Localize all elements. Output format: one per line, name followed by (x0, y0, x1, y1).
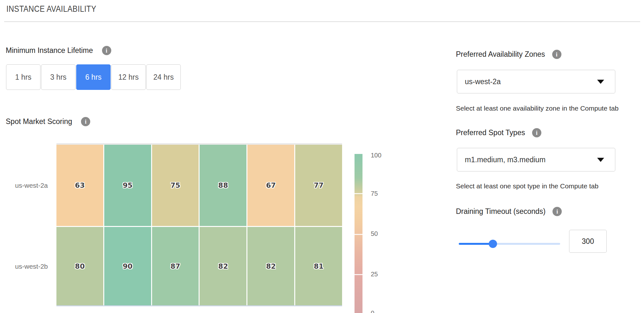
colorbar-tick-label-25: 25 (371, 271, 378, 278)
slider-thumb[interactable] (489, 240, 497, 248)
lifetime-option-1-hrs[interactable]: 1 hrs (6, 64, 40, 90)
draining-timeout-input[interactable] (569, 230, 607, 253)
heatmap-cell-value: 63 (75, 181, 85, 189)
availability-zones-select-value: us-west-2a (457, 77, 597, 86)
heatmap-cell-value: 87 (171, 262, 180, 270)
info-icon[interactable]: i (532, 128, 541, 137)
heatmap-cell-value: 77 (314, 181, 324, 189)
heatmap-cell-value: 95 (123, 181, 133, 189)
chevron-down-icon (597, 80, 604, 84)
spot-types-select-value: m1.medium, m3.medium (457, 156, 597, 164)
colorbar-tick-line (355, 274, 362, 275)
heatmap-cell-value: 82 (218, 262, 228, 270)
preferred-availability-zones-label-row: Preferred Availability Zones i (456, 50, 561, 59)
lifetime-option-3-hrs[interactable]: 3 hrs (41, 64, 76, 90)
colorbar-tick-line (355, 234, 362, 235)
heatmap-row-label-us-west-2b: us-west-2b (0, 263, 48, 270)
info-icon[interactable]: i (102, 46, 111, 55)
colorbar-tick-label-100: 100 (371, 152, 381, 159)
minimum-instance-lifetime-label-row: Minimum Instance Lifetime i (6, 46, 111, 55)
colorbar-tick-label-75: 75 (371, 190, 378, 197)
heatmap-row-label-us-west-2a: us-west-2a (0, 182, 48, 189)
info-icon-glyph: i (106, 48, 107, 54)
preferred-availability-zones-label: Preferred Availability Zones (456, 50, 545, 59)
heatmap-grid: 639575886777809087828281 (56, 145, 342, 305)
info-icon-glyph: i (536, 130, 538, 136)
heatmap-cell-value: 90 (123, 262, 133, 270)
page-title: INSTANCE AVAILABILITY (6, 4, 96, 14)
heatmap-cell-us-west-2a-col1: 63 (56, 145, 103, 226)
draining-timeout-label-row: Draining Timeout (seconds) i (456, 207, 562, 216)
heatmap-cell-us-west-2b-col1: 80 (56, 227, 103, 305)
chevron-down-icon (597, 158, 604, 162)
header-divider (4, 21, 640, 22)
info-icon-glyph: i (85, 119, 86, 125)
spot-types-helper: Select at least one spot type in the Com… (456, 182, 598, 190)
heatmap-cell-us-west-2b-col4: 82 (200, 227, 246, 305)
heatmap-cell-value: 81 (314, 262, 324, 270)
draining-timeout-label: Draining Timeout (seconds) (456, 207, 545, 216)
heatmap-cell-value: 88 (218, 181, 228, 189)
lifetime-button-group: 1 hrs3 hrs6 hrs12 hrs24 hrs (6, 64, 181, 90)
colorbar-tick-label-0: 0 (371, 309, 374, 313)
availability-zones-select[interactable]: us-west-2a (457, 70, 615, 93)
info-icon-glyph: i (556, 209, 558, 215)
availability-zones-helper: Select at least one availability zone in… (456, 105, 618, 112)
info-icon[interactable]: i (552, 50, 561, 59)
colorbar-tick-line (355, 193, 362, 194)
instance-availability-page: INSTANCE AVAILABILITY Minimum Instance L… (0, 0, 644, 313)
preferred-spot-types-label-row: Preferred Spot Types i (456, 128, 541, 137)
info-icon-glyph: i (556, 52, 558, 57)
lifetime-option-6-hrs[interactable]: 6 hrs (76, 64, 111, 90)
heatmap-colorbar (355, 154, 362, 313)
heatmap-cell-us-west-2a-col5: 67 (247, 145, 294, 226)
info-icon[interactable]: i (553, 207, 562, 216)
heatmap-cell-value: 75 (171, 181, 180, 189)
heatmap-cell-value: 67 (266, 181, 276, 189)
draining-timeout-slider[interactable] (459, 243, 560, 245)
heatmap-cell-us-west-2b-col3: 87 (152, 227, 199, 305)
info-icon[interactable]: i (81, 117, 90, 126)
spot-market-scoring-label-row: Spot Market Scoring i (6, 117, 90, 126)
heatmap-cell-us-west-2b-col6: 81 (295, 227, 342, 305)
colorbar-tick-label-50: 50 (371, 230, 378, 237)
heatmap-cell-us-west-2b-col5: 82 (247, 227, 294, 305)
heatmap-cell-value: 80 (75, 262, 85, 270)
heatmap-cell-value: 82 (266, 262, 276, 270)
heatmap-bottom-edge (56, 305, 342, 306)
minimum-instance-lifetime-label: Minimum Instance Lifetime (6, 46, 93, 55)
heatmap-cell-us-west-2b-col2: 90 (104, 227, 151, 305)
heatmap-cell-us-west-2a-col3: 75 (152, 145, 199, 226)
lifetime-option-12-hrs[interactable]: 12 hrs (111, 64, 146, 90)
spot-types-select[interactable]: m1.medium, m3.medium (457, 148, 615, 171)
spot-market-scoring-label: Spot Market Scoring (6, 117, 72, 126)
heatmap-cell-us-west-2a-col6: 77 (295, 145, 342, 226)
preferred-spot-types-label: Preferred Spot Types (456, 128, 525, 137)
heatmap-cell-us-west-2a-col2: 95 (104, 145, 151, 226)
lifetime-option-24-hrs[interactable]: 24 hrs (146, 64, 181, 90)
heatmap-cell-us-west-2a-col4: 88 (200, 145, 246, 226)
slider-fill (459, 243, 493, 245)
